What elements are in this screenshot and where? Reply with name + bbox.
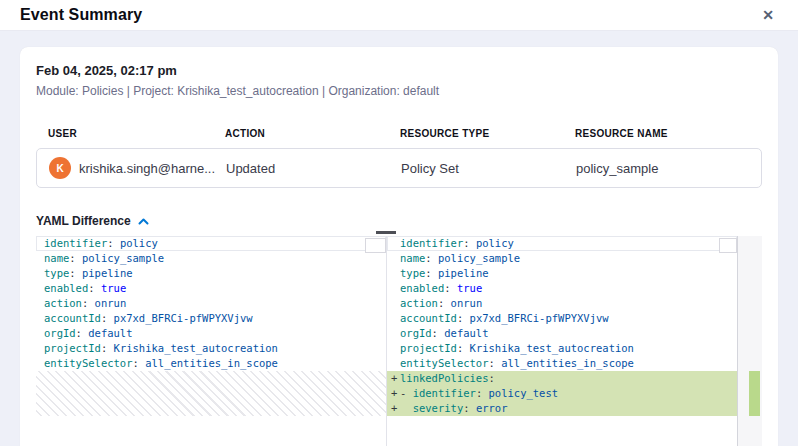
column-resource-type: RESOURCE TYPE xyxy=(400,128,575,139)
column-action: ACTION xyxy=(225,128,400,139)
audit-table-header: USER ACTION RESOURCE TYPE RESOURCE NAME xyxy=(36,128,762,139)
left-scrollbar[interactable] xyxy=(365,238,386,253)
event-context: Module: Policies | Project: Krishika_tes… xyxy=(36,84,762,98)
column-user: USER xyxy=(48,128,225,139)
code-line: projectId: Krishika_test_autocreation xyxy=(36,341,386,356)
modal-body: Feb 04, 2025, 02:17 pm Module: Policies … xyxy=(0,31,798,446)
code-line: +linkedPolicies: xyxy=(387,371,737,386)
chevron-up-icon xyxy=(138,218,149,225)
code-line: enabled: true xyxy=(36,281,386,296)
code-line: accountId: px7xd_BFRCi-pfWPYXVjvw xyxy=(387,311,737,326)
code-line: + severity: error xyxy=(387,401,737,416)
yaml-difference-toggle[interactable]: YAML Difference xyxy=(36,214,149,228)
code-line: action: onrun xyxy=(36,296,386,311)
ruler-added-marker xyxy=(749,371,760,416)
table-row: K krishika.singh@harne... Updated Policy… xyxy=(36,148,762,188)
diff-overview-ruler[interactable] xyxy=(738,236,762,446)
modal-header: Event Summary ✕ xyxy=(0,0,798,31)
code-line: +- identifier: policy_test xyxy=(387,386,737,401)
user-cell: K krishika.singh@harne... xyxy=(49,157,226,179)
close-icon[interactable]: ✕ xyxy=(758,6,778,24)
user-email: krishika.singh@harne... xyxy=(79,161,215,176)
code-line: identifier: policy xyxy=(387,236,737,251)
resource-type-value: Policy Set xyxy=(401,161,576,176)
diff-pane-original[interactable]: identifier: policyname: policy_sampletyp… xyxy=(36,236,386,446)
yaml-difference-label: YAML Difference xyxy=(36,214,131,228)
code-line: orgId: default xyxy=(387,326,737,341)
code-line: name: policy_sample xyxy=(36,251,386,266)
action-value: Updated xyxy=(226,161,401,176)
diff-pane-modified[interactable]: identifier: policyname: policy_sampletyp… xyxy=(387,236,738,446)
event-card: Feb 04, 2025, 02:17 pm Module: Policies … xyxy=(20,47,778,446)
code-line: identifier: policy xyxy=(36,236,386,251)
diff-sash-handle[interactable] xyxy=(376,231,396,234)
code-line: accountId: px7xd_BFRCi-pfWPYXVjvw xyxy=(36,311,386,326)
resource-name-value: policy_sample xyxy=(576,161,749,176)
code-line: name: policy_sample xyxy=(387,251,737,266)
code-line: projectId: Krishika_test_autocreation xyxy=(387,341,737,356)
code-line: orgId: default xyxy=(36,326,386,341)
code-line: entitySelector: all_entities_in_scope xyxy=(36,356,386,371)
code-line: entitySelector: all_entities_in_scope xyxy=(387,356,737,371)
right-scrollbar[interactable] xyxy=(719,238,737,253)
page-title: Event Summary xyxy=(20,6,142,24)
event-timestamp: Feb 04, 2025, 02:17 pm xyxy=(36,63,762,78)
code-line: action: onrun xyxy=(387,296,737,311)
code-line: type: pipeline xyxy=(36,266,386,281)
diff-filler-hatch xyxy=(36,371,386,416)
avatar: K xyxy=(49,157,71,179)
code-line: enabled: true xyxy=(387,281,737,296)
code-line: type: pipeline xyxy=(387,266,737,281)
yaml-diff-editor: identifier: policyname: policy_sampletyp… xyxy=(36,236,762,446)
column-resource-name: RESOURCE NAME xyxy=(575,128,750,139)
